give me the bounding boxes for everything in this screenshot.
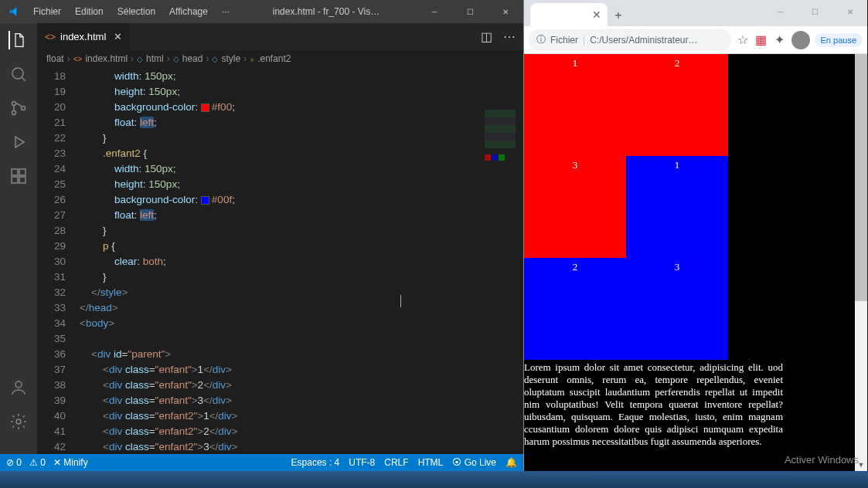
status-eol[interactable]: CRLF (384, 457, 408, 468)
search-icon[interactable] (9, 65, 28, 83)
rendered-page: 1 2 3 1 2 3 Lorem ipsum dolor sit amet c… (524, 54, 783, 449)
element-icon: ◇ (212, 55, 218, 63)
enfant2-box: 3 (626, 258, 728, 360)
minimize-button[interactable]: ─ (417, 0, 452, 23)
breadcrumb-item[interactable]: head (182, 53, 203, 64)
windows-watermark: Activer Windows (785, 454, 859, 466)
svg-rect-5 (12, 177, 18, 183)
browser-viewport[interactable]: 1 2 3 1 2 3 Lorem ipsum dolor sit amet c… (524, 54, 867, 471)
puzzle-icon[interactable]: ✦ (773, 33, 787, 47)
breadcrumb-item[interactable]: html (146, 53, 164, 64)
settings-icon[interactable] (9, 412, 28, 431)
element-icon: ◇ (137, 55, 143, 63)
status-warnings[interactable]: ⚠ 0 (29, 457, 46, 468)
profile-avatar[interactable] (791, 31, 810, 49)
enfant2-box: 2 (524, 258, 626, 360)
code-content[interactable]: width: 150px; height: 150px; background-… (80, 67, 523, 454)
status-golive[interactable]: ⦿ Go Live (452, 457, 496, 468)
svg-rect-4 (12, 169, 18, 175)
menu-edition[interactable]: Edition (69, 6, 110, 17)
element-icon: ◇ (173, 55, 179, 63)
account-icon[interactable] (9, 378, 28, 397)
pause-badge[interactable]: En pause (815, 33, 863, 47)
extension-icon[interactable]: ▦ (754, 33, 768, 47)
maximize-button[interactable]: ☐ (452, 0, 488, 23)
window-controls: ─ ☐ ✕ (417, 0, 523, 23)
tab-label: index.html (60, 31, 106, 42)
menu-selection[interactable]: Sélection (111, 6, 162, 17)
status-bell-icon[interactable]: 🔔 (505, 457, 517, 468)
enfant-box: 1 (524, 54, 626, 156)
breadcrumb-item[interactable]: style (221, 53, 240, 64)
status-bar: ⊘ 0 ⚠ 0 ✕ Minify Espaces : 4 UTF-8 CRLF … (0, 454, 523, 471)
activity-bar (0, 23, 37, 454)
address-label: Fichier (550, 35, 578, 46)
source-control-icon[interactable] (9, 99, 28, 117)
breadcrumb-item[interactable]: .enfant2 (257, 53, 291, 64)
info-icon[interactable]: ⓘ (536, 33, 546, 46)
new-tab-button[interactable]: + (608, 5, 629, 26)
paragraph-text: Lorem ipsum dolor sit amet consectetur, … (524, 360, 783, 449)
windows-taskbar[interactable] (0, 471, 868, 488)
status-spaces[interactable]: Espaces : 4 (291, 457, 340, 468)
vscode-logo-icon (0, 5, 27, 18)
star-icon[interactable]: ☆ (736, 33, 750, 47)
explorer-icon[interactable] (9, 31, 27, 49)
debug-icon[interactable] (9, 133, 28, 151)
close-button[interactable]: ✕ (832, 0, 867, 23)
breadcrumbs[interactable]: float› <>index.html› ◇html› ◇head› ◇styl… (37, 50, 523, 67)
vscode-window: Fichier Edition Sélection Affichage ··· … (0, 0, 523, 471)
menu-affichage[interactable]: Affichage (163, 6, 214, 17)
svg-rect-7 (19, 169, 26, 175)
menu-bar: Fichier Edition Sélection Affichage ··· (27, 6, 236, 17)
breadcrumb-item[interactable]: index.html (85, 53, 128, 64)
breadcrumb-item[interactable]: float (46, 53, 64, 64)
html-file-icon: <> (73, 55, 83, 63)
browser-window: ─ ☐ ✕ ✕ + ⓘ Fichier | C:/Users/Administr… (523, 0, 867, 471)
status-errors[interactable]: ⊘ 0 (6, 457, 22, 468)
minimize-button[interactable]: ─ (763, 0, 798, 23)
svg-point-0 (12, 68, 23, 79)
browser-window-controls: ─ ☐ ✕ (763, 0, 867, 23)
svg-point-8 (15, 381, 22, 388)
enfant-box: 3 (524, 156, 626, 258)
html-file-icon: <> (45, 32, 56, 42)
browser-tab[interactable]: ✕ (530, 3, 608, 26)
enfant2-box: 1 (626, 156, 728, 258)
minimap[interactable] (481, 110, 523, 264)
tab-actions: ◫ ⋯ (473, 23, 523, 50)
menu-fichier[interactable]: Fichier (27, 6, 67, 17)
text-cursor (400, 295, 401, 307)
status-lang[interactable]: HTML (418, 457, 444, 468)
svg-rect-6 (19, 177, 26, 183)
close-tab-icon[interactable]: ✕ (114, 31, 122, 42)
menu-more[interactable]: ··· (216, 6, 236, 17)
close-tab-icon[interactable]: ✕ (592, 8, 601, 21)
enfant-box: 2 (626, 54, 728, 156)
address-bar[interactable]: ⓘ Fichier | C:/Users/Administrateur… (529, 29, 731, 51)
status-encoding[interactable]: UTF-8 (349, 457, 375, 468)
editor-area: <> index.html ✕ ◫ ⋯ float› <>index.html›… (37, 23, 523, 454)
scroll-thumb[interactable] (855, 54, 867, 301)
maximize-button[interactable]: ☐ (798, 0, 832, 23)
split-editor-icon[interactable]: ◫ (481, 29, 492, 44)
code-editor[interactable]: 1819202122232425262728293031323334353637… (37, 67, 523, 454)
address-url: C:/Users/Administrateur… (590, 35, 697, 46)
browser-toolbar: ⓘ Fichier | C:/Users/Administrateur… ☆ ▦… (524, 26, 867, 54)
status-minify[interactable]: ✕ Minify (53, 457, 88, 468)
line-numbers: 1819202122232425262728293031323334353637… (37, 67, 80, 454)
svg-point-1 (12, 102, 16, 106)
tab-index-html[interactable]: <> index.html ✕ (37, 23, 131, 50)
titlebar: Fichier Edition Sélection Affichage ··· … (0, 0, 523, 23)
editor-tabs: <> index.html ✕ ◫ ⋯ (37, 23, 523, 50)
scrollbar[interactable]: ▲ ▼ (855, 54, 867, 471)
window-title: index.html - fr_700 - Vis… (236, 6, 417, 17)
svg-point-2 (12, 111, 16, 115)
class-icon: ⬨ (250, 55, 254, 63)
extensions-icon[interactable] (9, 167, 28, 185)
svg-point-9 (16, 419, 21, 424)
close-button[interactable]: ✕ (488, 0, 523, 23)
more-actions-icon[interactable]: ⋯ (503, 29, 516, 44)
